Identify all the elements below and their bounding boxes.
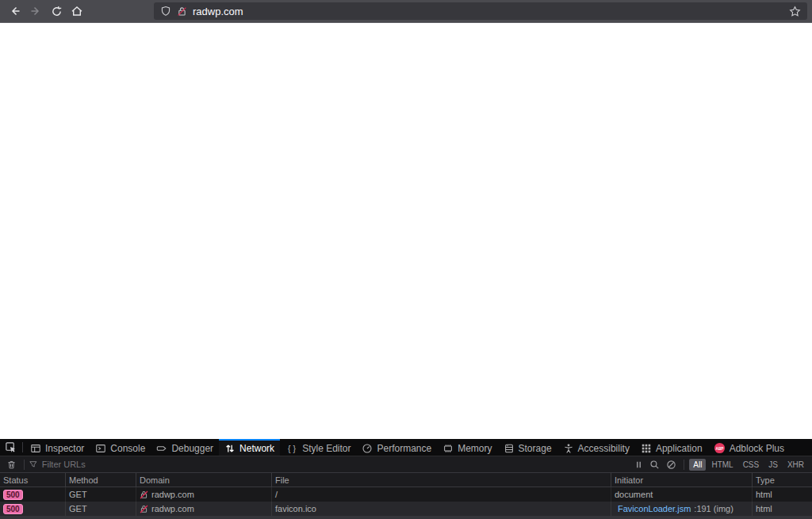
domain-text: radwp.com [151, 490, 194, 499]
request-row[interactable]: 500 GET radwp.com favicon.ico Favic [0, 502, 812, 516]
tab-network[interactable]: Network [219, 439, 280, 456]
devtools-statusbar-strip [0, 516, 812, 519]
storage-icon [504, 443, 515, 454]
type-filter-html[interactable]: HTML [707, 459, 737, 471]
status-cell: 500 [0, 502, 66, 516]
network-icon [224, 443, 236, 454]
style-editor-icon: { } [285, 443, 298, 454]
network-filter-toolbar: All HTML CSS JS XHR [0, 456, 812, 473]
status-badge: 500 [3, 504, 23, 514]
column-header-domain[interactable]: Domain [136, 473, 272, 487]
type-cell: html [753, 502, 812, 516]
file-cell: / [272, 487, 611, 502]
trash-icon [6, 460, 17, 470]
initiator-cell: document [611, 487, 753, 502]
column-header-status[interactable]: Status [0, 473, 66, 487]
bookmark-star-icon[interactable] [789, 6, 801, 17]
tab-debugger[interactable]: Debugger [151, 439, 219, 456]
tab-console[interactable]: Console [90, 439, 151, 456]
search-icon [649, 460, 660, 470]
console-icon [95, 443, 106, 454]
devtools-tabbar: Inspector Console Debugger [0, 439, 812, 456]
back-arrow-icon [9, 5, 21, 17]
block-requests-button[interactable] [663, 460, 680, 470]
domain-cell: radwp.com [136, 487, 272, 502]
page-content [0, 23, 812, 439]
svg-text:{ }: { } [288, 443, 296, 452]
file-cell: favicon.ico [272, 502, 611, 516]
tabbar-separator [22, 442, 23, 452]
insecure-lock-icon[interactable] [177, 6, 187, 17]
column-header-file[interactable]: File [272, 473, 611, 487]
type-cell: html [753, 487, 812, 502]
application-icon [641, 443, 652, 454]
clear-requests-button[interactable] [3, 460, 20, 470]
search-requests-button[interactable] [646, 460, 663, 470]
requests-table-header: Status Method Domain File Initiator Type [0, 473, 812, 487]
tab-storage[interactable]: Storage [498, 439, 557, 456]
request-row[interactable]: 500 GET radwp.com / document [0, 487, 812, 502]
memory-icon [442, 443, 454, 454]
block-icon [666, 460, 676, 470]
network-toolbar-right: All HTML CSS JS XHR [631, 459, 809, 471]
home-icon [71, 5, 83, 17]
home-button[interactable] [67, 2, 87, 21]
pick-element-icon [5, 441, 17, 453]
inspector-icon [30, 443, 41, 454]
tab-accessibility[interactable]: Accessibility [557, 439, 635, 456]
initiator-rest: :191 (img) [694, 504, 733, 513]
svg-text:ABP: ABP [715, 447, 723, 451]
insecure-lock-icon [140, 505, 148, 513]
tab-memory[interactable]: Memory [437, 439, 497, 456]
domain-cell: radwp.com [136, 502, 272, 516]
column-header-type[interactable]: Type [753, 473, 812, 487]
back-button[interactable] [5, 2, 25, 21]
filterbar-separator-2 [684, 460, 684, 470]
domain-text: radwp.com [151, 504, 194, 513]
browser-window: radwp.com [0, 0, 812, 519]
tab-performance[interactable]: Performance [356, 439, 437, 456]
initiator-link[interactable]: FaviconLoader.jsm [618, 504, 691, 513]
tracking-protection-shield-icon[interactable] [160, 6, 171, 17]
type-filter-css[interactable]: CSS [739, 459, 764, 471]
devtools-panel: Inspector Console Debugger [0, 439, 812, 519]
pick-element-button[interactable] [0, 439, 21, 456]
type-filter-xhr[interactable]: XHR [783, 459, 808, 471]
url-bar[interactable]: radwp.com [154, 2, 807, 20]
tab-application[interactable]: Application [635, 439, 708, 456]
method-cell: GET [66, 502, 136, 516]
type-filter-js[interactable]: JS [764, 459, 782, 471]
method-cell: GET [66, 487, 136, 502]
tab-style-editor[interactable]: { } Style Editor [280, 439, 356, 456]
insecure-lock-icon [140, 490, 148, 499]
reload-button[interactable] [46, 2, 67, 21]
type-filter-all[interactable]: All [689, 459, 706, 471]
initiator-cell: FaviconLoader.jsm:191 (img) [611, 502, 753, 516]
browser-toolbar: radwp.com [0, 0, 812, 23]
pause-traffic-button[interactable] [631, 460, 646, 469]
filter-urls-input[interactable] [42, 460, 632, 469]
status-cell: 500 [0, 487, 66, 502]
tab-adblock-plus[interactable]: ABP Adblock Plus [708, 439, 790, 456]
accessibility-icon [563, 443, 574, 454]
pause-icon [634, 460, 643, 469]
performance-icon [362, 443, 373, 454]
filterbar-separator [24, 460, 25, 470]
column-header-method[interactable]: Method [66, 473, 136, 487]
column-header-initiator[interactable]: Initiator [611, 473, 753, 487]
forward-arrow-icon [29, 5, 42, 17]
tab-inspector[interactable]: Inspector [25, 439, 90, 456]
adblock-plus-icon: ABP [714, 442, 726, 454]
debugger-icon [156, 443, 167, 454]
funnel-icon [29, 460, 38, 469]
forward-button[interactable] [25, 2, 46, 21]
url-text: radwp.com [193, 6, 783, 17]
initiator-text: document [615, 490, 653, 499]
reload-icon [51, 6, 63, 17]
filter-urls-field[interactable] [29, 460, 631, 469]
status-badge: 500 [3, 490, 23, 500]
